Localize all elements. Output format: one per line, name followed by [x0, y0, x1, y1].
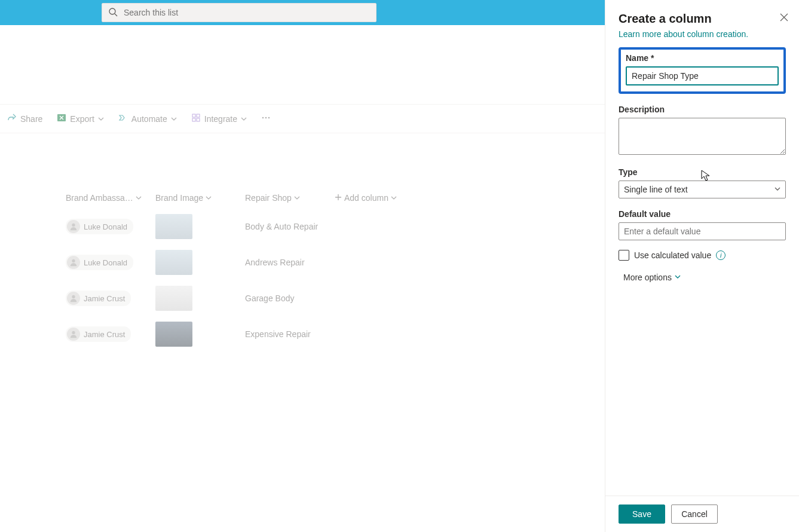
column-header-brand-image[interactable]: Brand Image: [155, 193, 245, 203]
persona-name: Jamie Crust: [84, 294, 125, 303]
avatar-icon: [67, 256, 80, 269]
panel-title: Create a column: [619, 12, 786, 26]
integrate-label: Integrate: [204, 114, 237, 124]
column-header-label: Brand Image: [155, 193, 203, 203]
svg-point-12: [72, 295, 75, 298]
default-value-label: Default value: [619, 209, 786, 219]
save-button[interactable]: Save: [619, 505, 665, 524]
svg-rect-2: [57, 114, 66, 121]
search-icon: [108, 7, 123, 19]
search-input[interactable]: [123, 7, 370, 18]
chevron-down-icon: [241, 114, 247, 124]
type-label: Type: [619, 167, 786, 177]
integrate-icon: [191, 113, 201, 124]
cancel-button[interactable]: Cancel: [671, 505, 718, 524]
chevron-down-icon: [171, 114, 177, 124]
repair-shop-cell: Andrews Repair: [245, 258, 394, 267]
persona-name: Jamie Crust: [84, 330, 125, 339]
chevron-down-icon: [391, 193, 397, 203]
name-field-highlight: Name *: [619, 47, 786, 94]
brand-image-thumbnail: [155, 322, 192, 347]
svg-point-13: [72, 331, 75, 334]
plus-icon: [335, 193, 342, 203]
description-input[interactable]: [619, 118, 786, 155]
type-select[interactable]: [619, 181, 786, 198]
svg-rect-5: [192, 118, 195, 121]
close-button[interactable]: [780, 13, 788, 23]
info-icon[interactable]: i: [716, 250, 725, 260]
column-header-repair-shop[interactable]: Repair Shop: [245, 193, 335, 203]
share-label: Share: [20, 114, 42, 124]
chevron-down-icon: [206, 193, 212, 203]
svg-line-1: [115, 14, 117, 16]
persona-chip: Jamie Crust: [66, 326, 131, 342]
default-value-input[interactable]: [619, 222, 786, 240]
integrate-button[interactable]: Integrate: [184, 105, 254, 133]
column-header-label: Repair Shop: [245, 193, 292, 203]
persona-chip: Luke Donald: [66, 255, 133, 270]
search-box[interactable]: [102, 3, 376, 22]
ellipsis-icon: [261, 113, 271, 124]
avatar-icon: [67, 220, 80, 233]
column-header-brand-ambassador[interactable]: Brand Ambassa…: [66, 193, 155, 203]
create-column-panel: Create a column Learn more about column …: [605, 0, 799, 532]
name-input[interactable]: [626, 66, 779, 85]
flow-icon: [118, 113, 128, 124]
avatar-icon: [67, 328, 80, 341]
svg-point-0: [109, 8, 115, 14]
share-button[interactable]: Share: [0, 105, 50, 133]
export-label: Export: [70, 114, 94, 124]
repair-shop-cell: Body & Auto Repair: [245, 222, 394, 231]
brand-image-thumbnail: [155, 250, 192, 275]
svg-rect-3: [192, 114, 195, 117]
export-button[interactable]: Export: [50, 105, 111, 133]
more-options-label: More options: [623, 273, 672, 282]
svg-point-8: [265, 117, 267, 118]
add-column-button[interactable]: Add column: [335, 193, 424, 203]
column-header-label: Brand Ambassa…: [66, 193, 133, 203]
calculated-value-checkbox[interactable]: [619, 250, 629, 261]
add-column-label: Add column: [344, 193, 388, 203]
automate-button[interactable]: Automate: [111, 105, 184, 133]
more-button[interactable]: [254, 105, 278, 133]
repair-shop-cell: Expensive Repair: [245, 329, 394, 339]
calculated-value-label: Use calculated value: [634, 250, 711, 260]
chevron-down-icon: [98, 114, 104, 124]
brand-image-thumbnail: [155, 286, 192, 311]
automate-label: Automate: [131, 114, 167, 124]
svg-point-7: [262, 117, 264, 118]
svg-rect-4: [197, 114, 200, 117]
chevron-down-icon: [674, 273, 681, 282]
description-label: Description: [619, 105, 786, 114]
repair-shop-cell: Garage Body: [245, 293, 394, 303]
svg-point-11: [72, 259, 75, 262]
persona-name: Luke Donald: [84, 258, 127, 267]
svg-point-9: [268, 117, 270, 118]
learn-more-link[interactable]: Learn more about column creation.: [619, 29, 748, 39]
brand-image-thumbnail: [155, 214, 192, 239]
name-label: Name *: [626, 53, 779, 63]
persona-name: Luke Donald: [84, 222, 127, 231]
svg-rect-6: [197, 118, 200, 121]
avatar-icon: [67, 292, 80, 305]
persona-chip: Luke Donald: [66, 219, 133, 234]
share-icon: [7, 113, 17, 124]
chevron-down-icon: [294, 193, 300, 203]
panel-footer: Save Cancel: [605, 496, 799, 532]
svg-point-10: [72, 224, 75, 227]
more-options-toggle[interactable]: More options: [623, 273, 786, 282]
chevron-down-icon: [136, 193, 142, 203]
persona-chip: Jamie Crust: [66, 291, 131, 306]
excel-icon: [57, 113, 66, 124]
